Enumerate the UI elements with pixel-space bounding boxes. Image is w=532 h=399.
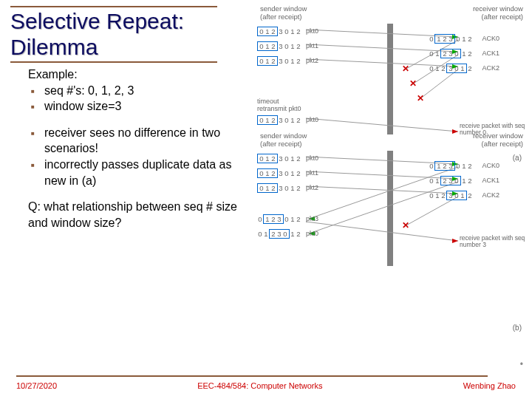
pkt2-b: pkt2: [301, 184, 318, 191]
pkt2-label: pkt2: [301, 57, 318, 64]
seq-a-s2: 0123012: [257, 56, 301, 66]
slide-title: Selective Repeat: Dilemma: [10, 6, 217, 63]
pkt0-b2: pkt0: [301, 230, 318, 237]
title-line-2: Dilemma: [10, 35, 98, 59]
question-text: Q: what relationship between seq # size …: [28, 199, 242, 231]
seq-b-r1: 0123012: [429, 176, 473, 185]
ack1-label: ACK1: [477, 50, 499, 57]
seq-b-s0: 0123012: [257, 154, 301, 163]
footer: 10/27/2020 EEC-484/584: Computer Network…: [0, 381, 532, 390]
ack2-b: ACK2: [477, 191, 499, 199]
pkt3-b: pkt3: [301, 215, 318, 222]
timeout-label: timeout retransmit pkt0: [257, 98, 301, 112]
x-lost-2: ✕: [409, 78, 417, 89]
seq-b-r2: 0123012: [429, 191, 473, 200]
seq-b-s1: 0123012: [257, 168, 301, 178]
pkt0-b: pkt0: [301, 154, 318, 162]
svg-line-6: [306, 118, 458, 132]
seq-a-r0: 0123012: [429, 34, 473, 44]
footer-course: EEC-484/584: Computer Networks: [197, 381, 322, 390]
seq-a-s0: 0123012: [257, 27, 301, 36]
receiver-header: receiver window (after receipt): [397, 4, 523, 21]
pkt0-label: pkt0: [301, 27, 318, 35]
ack0-label: ACK0: [477, 35, 499, 42]
pkt0-retx-label: pkt0: [301, 116, 318, 123]
bullet-group-2: receiver sees no difference in two scena…: [28, 125, 242, 188]
footer-date: 10/27/2020: [16, 381, 57, 390]
example-label: Example:: [28, 66, 242, 83]
page-marker: •: [520, 359, 523, 369]
title-line-1: Selective Repeat:: [10, 9, 184, 33]
seq-a-r2: 0123012: [429, 64, 473, 73]
receiver-header-b: receiver window (after receipt): [397, 132, 523, 148]
sender-header-b: sender window (after receipt): [260, 132, 386, 148]
bullet-group-1: seq #'s: 0, 1, 2, 3 window size=3: [28, 83, 242, 115]
seq-a-s4: 0123012: [257, 115, 301, 125]
text-content: Example: seq #'s: 0, 1, 2, 3 window size…: [28, 66, 242, 231]
scenario-a: sender window (after receipt) receiver w…: [257, 4, 526, 68]
sr-diagram: sender window (after receipt) receiver w…: [257, 4, 526, 201]
sender-header: sender window (after receipt): [260, 4, 386, 21]
x-lost-3: ✕: [417, 93, 424, 103]
seq-b-s2: 0123012: [257, 183, 301, 193]
ack1-b: ACK1: [477, 177, 499, 184]
bullet-incorrect: incorrectly passes duplicate data as new…: [44, 157, 242, 188]
scenario-b-label: (b): [513, 324, 522, 332]
pkt1-label: pkt1: [301, 42, 318, 50]
scenario-b: sender window (after receipt) receiver w…: [257, 132, 526, 241]
bullet-nodiff: receiver sees no difference in two scena…: [44, 125, 242, 157]
seq-a-r1: 0123012: [429, 49, 473, 58]
seq-a-s1: 0123012: [257, 41, 301, 51]
pkt1-b: pkt1: [301, 169, 318, 177]
ack0-b: ACK0: [477, 162, 499, 169]
seq-b-s4: 0123012: [257, 229, 301, 239]
seq-b-r0: 0123012: [429, 161, 473, 171]
ack2-label: ACK2: [477, 64, 499, 72]
rx-text-b: receive packet with seq number 3: [460, 235, 528, 249]
footer-author: Wenbing Zhao: [463, 381, 516, 390]
bullet-window: window size=3: [44, 98, 242, 115]
seq-b-s3: 0123012: [257, 214, 301, 224]
bullet-seqnums: seq #'s: 0, 1, 2, 3: [44, 83, 242, 99]
